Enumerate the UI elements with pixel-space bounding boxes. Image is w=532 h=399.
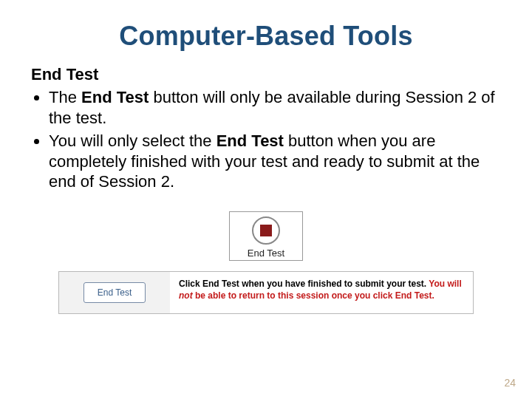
end-test-button[interactable]: End Test (83, 282, 146, 303)
section-heading: End Test (31, 65, 501, 84)
text-bold: End Test (81, 88, 149, 106)
bullet-list: The End Test button will only be availab… (31, 87, 501, 192)
panel-text: Click End Test when you have finished to… (170, 272, 473, 313)
list-item: You will only select the End Test button… (49, 131, 501, 192)
text: be able to return to this session once y… (193, 290, 434, 301)
stop-square-icon (260, 225, 272, 236)
text-bold: End Test (216, 132, 284, 150)
text: The (49, 88, 81, 106)
end-test-icon-button[interactable]: End Test (229, 211, 303, 261)
text-emphasis: not (179, 290, 193, 301)
end-test-label: End Test (233, 248, 299, 259)
panel-left: End Test (59, 272, 170, 313)
text: You will only select the (49, 132, 216, 150)
slide: Computer-Based Tools End Test The End Te… (0, 0, 532, 399)
list-item: The End Test button will only be availab… (49, 87, 501, 128)
slide-title: Computer-Based Tools (31, 21, 501, 52)
page-number: 24 (504, 377, 516, 389)
stop-icon (252, 216, 280, 245)
text: You will (429, 279, 461, 289)
text: Click End Test when you have finished to… (179, 279, 429, 289)
end-test-panel: End Test Click End Test when you have fi… (58, 271, 474, 314)
